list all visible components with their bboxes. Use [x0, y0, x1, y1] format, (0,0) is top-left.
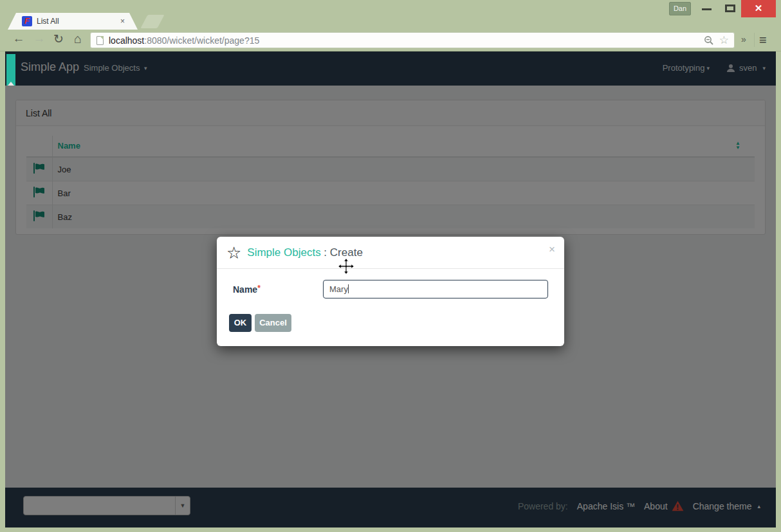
url-text[interactable]: localhost:8080/wicket/wicket/page?15	[109, 35, 704, 46]
cancel-button[interactable]: Cancel	[255, 314, 291, 332]
brand-accent-strip	[6, 54, 15, 86]
dialog-body: Name* Mary OK Cancel	[217, 269, 564, 345]
bookmark-star-icon[interactable]: ☆	[719, 33, 729, 47]
tab-strip: F List All ×	[0, 13, 781, 30]
star-icon: ☆	[226, 244, 241, 261]
favicon-icon: F	[22, 16, 32, 26]
home-icon[interactable]: ⌂	[69, 32, 86, 46]
address-bar[interactable]: localhost:8080/wicket/wicket/page?15 ☆	[90, 32, 735, 48]
dialog-title-object[interactable]: Simple Objects	[247, 246, 320, 259]
forward-icon[interactable]: →	[31, 32, 48, 46]
maximize-icon	[725, 5, 735, 12]
name-input-value: Mary	[329, 284, 348, 294]
required-asterisk: *	[257, 284, 261, 293]
browser-toolbar: ← → ↻ ⌂ localhost:8080/wicket/wicket/pag…	[0, 30, 781, 51]
url-host: localhost	[109, 35, 144, 46]
close-icon[interactable]: ×	[549, 244, 555, 255]
move-cursor-icon	[338, 258, 354, 275]
toolbar-separator	[754, 33, 755, 47]
dialog-title-action: : Create	[321, 246, 363, 259]
extensions-overflow-icon[interactable]: »	[741, 34, 745, 44]
create-dialog: ☆ Simple Objects : Create × Name* Mary O…	[217, 237, 564, 346]
minimize-icon	[702, 8, 712, 10]
ok-button[interactable]: OK	[229, 314, 252, 332]
zoom-out-icon[interactable]	[704, 35, 714, 46]
dialog-header[interactable]: ☆ Simple Objects : Create ×	[217, 237, 564, 269]
browser-tab[interactable]: F List All ×	[8, 13, 138, 30]
text-caret	[348, 284, 349, 293]
tab-title: List All	[37, 17, 120, 26]
url-path: :8080/wicket/wicket/page?15	[144, 35, 259, 46]
dialog-title: Simple Objects : Create	[247, 246, 363, 259]
reload-icon[interactable]: ↻	[50, 32, 67, 46]
tab-close-icon[interactable]: ×	[120, 17, 125, 26]
name-input[interactable]: Mary	[323, 280, 548, 298]
new-tab-button[interactable]	[140, 15, 164, 28]
back-icon[interactable]: ←	[10, 32, 27, 46]
page-document-icon	[96, 36, 104, 45]
name-field-label: Name*	[233, 284, 261, 295]
page-viewport: Simple App Simple Objects ▾ Prototyping▾…	[5, 51, 776, 527]
chrome-menu-icon[interactable]: ≡	[759, 33, 767, 48]
